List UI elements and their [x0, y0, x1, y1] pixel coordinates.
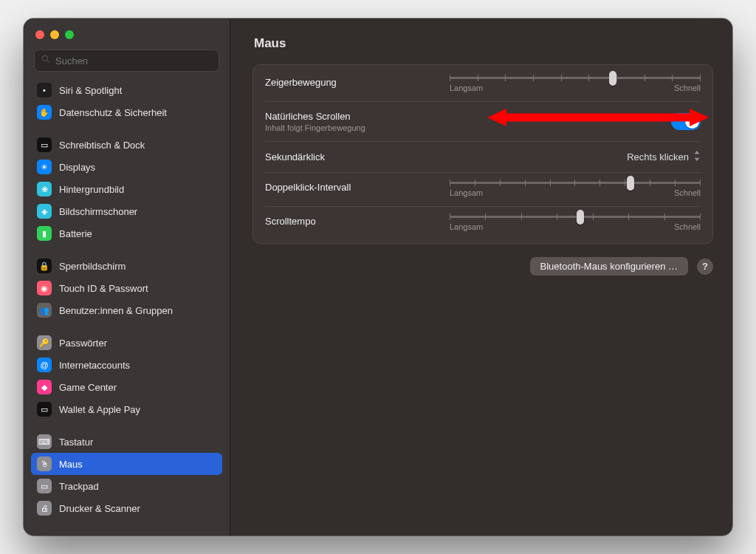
slider-doubleclick[interactable]: [450, 182, 701, 184]
sidebar-item-label: Bildschirmschoner: [59, 206, 137, 217]
row-secondary-click: Sekundärklick Rechts klicken: [265, 141, 701, 172]
sidebar-item-touchid[interactable]: ◉Touch ID & Passwort: [31, 277, 222, 299]
sidebar-list[interactable]: •Siri & Spotlight✋Datenschutz & Sicherhe…: [24, 79, 230, 536]
lockscreen-icon: 🔒: [37, 259, 52, 273]
sidebar-item-label: Internetaccounts: [59, 360, 130, 371]
sidebar-item-gamecenter[interactable]: ◆Game Center: [31, 376, 222, 398]
svg-point-0: [42, 55, 47, 61]
zoom-icon[interactable]: [65, 30, 74, 39]
desktop-icon: ▭: [37, 137, 52, 152]
slider-max: Schnell: [674, 222, 701, 231]
sidebar-item-label: Schreibtisch & Dock: [59, 140, 145, 151]
row-scrollspeed: Scrolltempo Langsam Schnell: [265, 206, 701, 240]
sidebar-item-wallet[interactable]: ▭Wallet & Apple Pay: [31, 398, 222, 420]
sidebar-item-label: Touch ID & Passwort: [59, 283, 148, 294]
minimize-icon[interactable]: [50, 30, 59, 39]
search-input[interactable]: [55, 55, 213, 66]
label-doubleclick: Doppelklick-Intervall: [265, 182, 391, 193]
slider-min: Langsam: [450, 83, 483, 92]
sidebar-item-label: Game Center: [59, 382, 117, 393]
sidebar-item-label: Hintergrundbild: [59, 184, 124, 195]
slider-max: Schnell: [674, 188, 701, 197]
page-title: Maus: [254, 36, 713, 51]
sub-natural: Inhalt folgt Fingerbewegung: [265, 123, 656, 132]
users-icon: 👥: [37, 303, 52, 318]
sidebar-item-label: Batterie: [59, 228, 92, 239]
sidebar-item-desktop[interactable]: ▭Schreibtisch & Dock: [31, 134, 222, 156]
window-controls: [24, 18, 230, 47]
sidebar-item-internet[interactable]: @Internetaccounts: [31, 354, 222, 376]
row-tracking: Zeigerbewegung Langsam Schnell: [265, 68, 701, 101]
sidebar-item-label: Displays: [59, 162, 95, 173]
settings-panel: Zeigerbewegung Langsam Schnell: [252, 64, 713, 244]
sidebar-item-label: Siri & Spotlight: [59, 85, 122, 96]
sidebar-item-privacy[interactable]: ✋Datenschutz & Sicherheit: [31, 101, 222, 123]
sidebar-item-label: Benutzer:innen & Gruppen: [59, 305, 173, 316]
screensaver-icon: ◈: [37, 204, 52, 219]
help-button[interactable]: ?: [697, 259, 713, 275]
sidebar-item-displays[interactable]: ☀Displays: [31, 156, 222, 178]
sidebar-item-label: Datenschutz & Sicherheit: [59, 107, 167, 118]
select-value: Rechts klicken: [627, 151, 689, 163]
select-secondary-click[interactable]: Rechts klicken: [627, 151, 701, 163]
trackpad-icon: ▭: [37, 479, 52, 493]
sidebar-item-mouse[interactable]: 🖱Maus: [31, 453, 222, 475]
slider-min: Langsam: [450, 222, 483, 231]
svg-line-1: [47, 61, 49, 63]
wallpaper-icon: ❀: [37, 182, 52, 196]
chevron-updown-icon: [693, 151, 701, 163]
label-natural: Natürliches Scrollen: [265, 111, 656, 122]
mouse-icon: 🖱: [37, 456, 52, 471]
sidebar-item-trackpad[interactable]: ▭Trackpad: [31, 475, 222, 497]
printers-icon: 🖨: [37, 501, 52, 516]
sidebar-item-lockscreen[interactable]: 🔒Sperrbildschirm: [31, 255, 222, 277]
sidebar: •Siri & Spotlight✋Datenschutz & Sicherhe…: [24, 18, 230, 536]
touchid-icon: ◉: [37, 281, 52, 295]
label-secondary: Sekundärklick: [265, 151, 612, 163]
sidebar-item-printers[interactable]: 🖨Drucker & Scanner: [31, 497, 222, 519]
sidebar-item-screensaver[interactable]: ◈Bildschirmschoner: [31, 200, 222, 222]
search-field[interactable]: [34, 49, 219, 72]
gamecenter-icon: ◆: [37, 380, 52, 394]
privacy-icon: ✋: [37, 105, 52, 120]
sidebar-item-battery[interactable]: ▮Batterie: [31, 222, 222, 244]
sidebar-item-keyboard[interactable]: ⌨Tastatur: [31, 431, 222, 453]
internet-icon: @: [37, 358, 52, 372]
slider-scrollspeed[interactable]: [450, 216, 701, 218]
displays-icon: ☀: [37, 160, 52, 174]
slider-tracking[interactable]: [450, 77, 701, 79]
sidebar-item-label: Maus: [59, 459, 83, 470]
search-icon: [41, 54, 51, 67]
slider-max: Schnell: [674, 83, 701, 92]
content-pane: Maus Zeigerbewegung Langsam Schnell: [230, 18, 732, 536]
bluetooth-config-button[interactable]: Bluetooth-Maus konfigurieren …: [530, 257, 688, 276]
sidebar-item-label: Sperrbildschirm: [59, 261, 126, 272]
sidebar-item-label: Drucker & Scanner: [59, 503, 140, 514]
sidebar-item-wallpaper[interactable]: ❀Hintergrundbild: [31, 178, 222, 200]
footer: Bluetooth-Maus konfigurieren … ?: [252, 257, 713, 276]
wallet-icon: ▭: [37, 402, 52, 417]
close-icon[interactable]: [35, 30, 44, 39]
siri-icon: •: [37, 83, 52, 98]
sidebar-item-label: Tastatur: [59, 437, 93, 448]
sidebar-item-users[interactable]: 👥Benutzer:innen & Gruppen: [31, 299, 222, 321]
sidebar-item-label: Wallet & Apple Pay: [59, 404, 140, 415]
toggle-natural-scroll[interactable]: [671, 113, 701, 130]
sidebar-item-label: Passwörter: [59, 338, 107, 349]
passwords-icon: 🔑: [37, 335, 52, 350]
row-doubleclick: Doppelklick-Intervall Langsam Schnell: [265, 172, 701, 206]
keyboard-icon: ⌨: [37, 434, 52, 449]
battery-icon: ▮: [37, 226, 52, 241]
sidebar-item-passwords[interactable]: 🔑Passwörter: [31, 332, 222, 354]
label-tracking: Zeigerbewegung: [265, 77, 391, 88]
sidebar-item-label: Trackpad: [59, 481, 99, 492]
settings-window: •Siri & Spotlight✋Datenschutz & Sicherhe…: [24, 18, 732, 536]
sidebar-item-siri[interactable]: •Siri & Spotlight: [31, 79, 222, 101]
row-natural-scroll: Natürliches Scrollen Inhalt folgt Finger…: [265, 101, 701, 141]
slider-min: Langsam: [450, 188, 483, 197]
label-scrollspeed: Scrolltempo: [265, 216, 391, 227]
